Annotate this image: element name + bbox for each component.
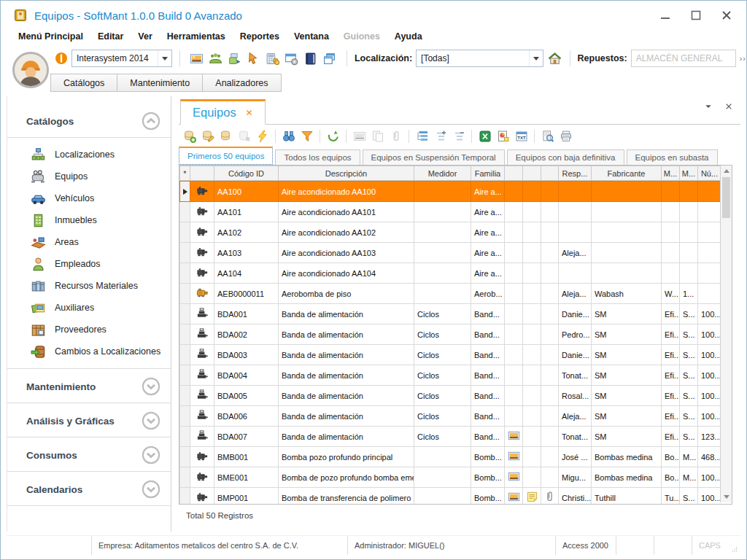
- dropdown-arrow-icon[interactable]: [704, 102, 713, 111]
- column-header-blank[interactable]: [523, 166, 541, 181]
- cell-familia[interactable]: Band...: [471, 386, 505, 406]
- cell-m2[interactable]: S...: [680, 365, 698, 386]
- row-indicator[interactable]: [180, 427, 190, 447]
- cell-m2[interactable]: S...: [680, 304, 698, 324]
- cell-note[interactable]: [523, 263, 541, 284]
- cell-familia[interactable]: Aire a...: [471, 263, 505, 284]
- row-indicator[interactable]: [180, 304, 190, 324]
- menu-item-ventana[interactable]: Ventana: [294, 31, 329, 42]
- column-header-descripci-n[interactable]: Descripción: [279, 166, 414, 181]
- cell-note[interactable]: [523, 324, 541, 345]
- cell-m2[interactable]: S...: [680, 386, 698, 406]
- cell-codigo[interactable]: BDA001: [214, 304, 279, 324]
- cell-equipment-icon[interactable]: [190, 202, 214, 222]
- cell-clip[interactable]: [541, 467, 559, 488]
- cell-descripcion[interactable]: Banda de alimentación: [279, 304, 414, 324]
- profile-combo[interactable]: Interasystem 2014: [71, 50, 172, 67]
- cell-responsable[interactable]: [559, 182, 592, 202]
- sidebar-section-mantenimiento[interactable]: Mantenimiento: [7, 372, 171, 401]
- cell-codigo[interactable]: BDA007: [214, 427, 279, 447]
- table-row[interactable]: AA103Aire acondicionado AA103Aire a...Al…: [180, 243, 721, 263]
- scrollbar-thumb[interactable]: [722, 177, 730, 218]
- cell-img[interactable]: [505, 406, 523, 427]
- subtab-equipos-en-subasta[interactable]: Equipos en subasta: [627, 149, 718, 165]
- cell-m1[interactable]: [662, 182, 680, 202]
- expand-down-icon[interactable]: [142, 446, 160, 464]
- column-header-medidor[interactable]: Medidor: [414, 166, 471, 181]
- cell-m2[interactable]: [680, 182, 698, 202]
- cell-familia[interactable]: Aire a...: [471, 182, 505, 202]
- cell-fabricante[interactable]: [592, 243, 662, 263]
- cell-fabricante[interactable]: Bombas medina: [592, 447, 662, 467]
- print-icon[interactable]: [557, 128, 575, 144]
- cell-responsable[interactable]: Danie...: [559, 304, 592, 324]
- sidebar-section-calendarios[interactable]: Calendarios: [7, 475, 171, 504]
- table-row[interactable]: BMB001Bomba pozo profundo principalBomb.…: [180, 447, 721, 467]
- tree-view-icon[interactable]: [413, 128, 431, 144]
- cell-responsable[interactable]: Aleja...: [559, 284, 592, 304]
- cell-equipment-icon[interactable]: [190, 427, 214, 447]
- cell-note[interactable]: [523, 222, 541, 243]
- cell-descripcion[interactable]: Aerobomba de piso: [279, 284, 414, 304]
- cell-m1[interactable]: [662, 202, 680, 222]
- cell-familia[interactable]: Band...: [471, 304, 505, 324]
- menu-item-reportes[interactable]: Reportes: [240, 31, 279, 42]
- sidebar-item-inmuebles[interactable]: Inmuebles: [7, 209, 171, 231]
- cell-clip[interactable]: [541, 447, 559, 467]
- team-icon[interactable]: [206, 50, 225, 67]
- cell-responsable[interactable]: [559, 263, 592, 284]
- cell-codigo[interactable]: BDA005: [214, 386, 279, 406]
- sidebar-item-proveedores[interactable]: Proveedores: [7, 319, 171, 341]
- sidebar-item-veh-culos[interactable]: Vehículos: [7, 187, 171, 209]
- filter-icon[interactable]: [298, 128, 316, 144]
- cell-img[interactable]: [505, 324, 523, 345]
- menu-item-men-principal[interactable]: Menú Principal: [18, 31, 83, 42]
- row-indicator[interactable]: [180, 222, 190, 243]
- column-header--[interactable]: *: [180, 166, 190, 181]
- cell-descripcion[interactable]: Bomba de pozo profundo bomba emerg...: [279, 467, 414, 488]
- cell-responsable[interactable]: José ...: [559, 447, 592, 467]
- cell-img[interactable]: [505, 488, 523, 505]
- cell-codigo[interactable]: AA101: [214, 202, 279, 222]
- cell-m2[interactable]: [680, 222, 698, 243]
- resize-grip-icon[interactable]: [732, 546, 740, 555]
- cell-numero[interactable]: 100...: [698, 304, 721, 324]
- row-indicator[interactable]: [180, 324, 190, 345]
- cell-img[interactable]: [505, 365, 523, 386]
- avatar[interactable]: [12, 52, 49, 88]
- cell-equipment-icon[interactable]: [190, 386, 214, 406]
- cell-familia[interactable]: Band...: [471, 365, 505, 386]
- cell-fabricante[interactable]: Tuthill: [592, 488, 662, 505]
- cell-img[interactable]: [505, 447, 523, 467]
- cell-descripcion[interactable]: Aire acondicionado AA101: [279, 202, 414, 222]
- cell-m2[interactable]: S...: [680, 406, 698, 427]
- vertical-scrollbar[interactable]: [720, 166, 732, 502]
- column-header-blank[interactable]: [541, 166, 559, 181]
- alert-icon[interactable]: [55, 52, 68, 65]
- cell-numero[interactable]: [698, 222, 721, 243]
- record-edit-icon[interactable]: [198, 128, 217, 144]
- cell-m2[interactable]: S...: [680, 488, 698, 505]
- cell-img[interactable]: [505, 263, 523, 284]
- cell-descripcion[interactable]: Aire acondicionado AA104: [279, 263, 414, 284]
- cascade-windows-icon[interactable]: [320, 50, 339, 67]
- cell-familia[interactable]: Bomb...: [471, 467, 505, 488]
- cell-medidor[interactable]: Ciclos: [414, 345, 471, 365]
- cell-numero[interactable]: [698, 202, 721, 222]
- table-row[interactable]: BDA006Banda de alimentaciónCiclosBand...…: [180, 406, 721, 427]
- cell-descripcion[interactable]: Banda de alimentación: [279, 406, 414, 427]
- cell-clip[interactable]: [541, 263, 559, 284]
- cell-numero[interactable]: 100...: [698, 488, 721, 505]
- cell-m2[interactable]: S...: [680, 324, 698, 345]
- cell-medidor[interactable]: Ciclos: [414, 324, 471, 345]
- records-icon[interactable]: [217, 128, 235, 144]
- cell-fabricante[interactable]: [592, 263, 662, 284]
- cell-clip[interactable]: [541, 222, 559, 243]
- cell-fabricante[interactable]: Bombas medina: [592, 467, 662, 488]
- cell-familia[interactable]: Aerob...: [471, 284, 505, 304]
- sidebar-section-an-lisis-y-gr-ficas[interactable]: Análisis y Gráficas: [7, 406, 171, 435]
- cell-img[interactable]: [505, 427, 523, 447]
- column-header-fabricante[interactable]: Fabricante: [592, 166, 662, 181]
- column-header-blank[interactable]: [190, 166, 214, 181]
- cell-img[interactable]: [505, 182, 523, 202]
